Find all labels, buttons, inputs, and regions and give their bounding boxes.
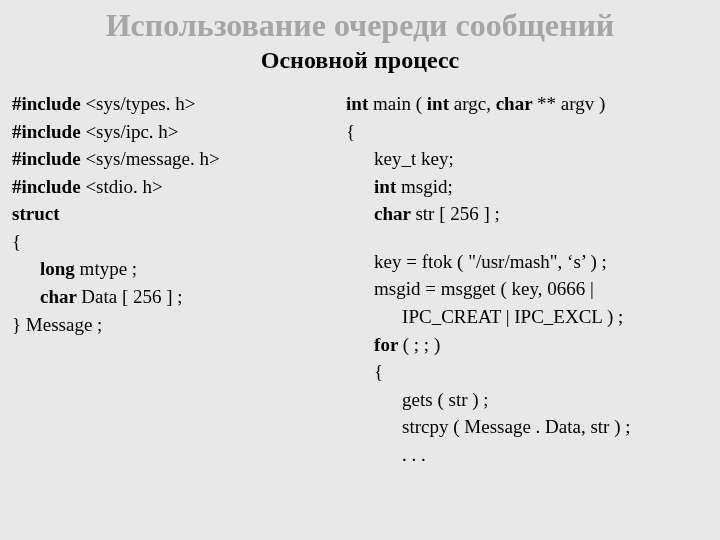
code-text: main (	[373, 93, 427, 114]
code-text: mtype ;	[80, 258, 138, 279]
include-directive: #include	[12, 121, 85, 142]
keyword: char	[40, 286, 81, 307]
code-columns: #include <sys/types. h> #include <sys/ip…	[12, 90, 708, 468]
code-text: Data [ 256 ] ;	[81, 286, 182, 307]
slide-subtitle: Основной процесс	[12, 47, 708, 74]
keyword: int	[427, 93, 454, 114]
keyword: for	[374, 334, 403, 355]
code-text: msgid;	[401, 176, 453, 197]
code-line: #include <sys/message. h>	[12, 145, 346, 173]
code-line: int msgid;	[346, 173, 708, 201]
code-line: #include <sys/types. h>	[12, 90, 346, 118]
code-text: str [ 256 ] ;	[415, 203, 499, 224]
keyword: long	[40, 258, 80, 279]
keyword: char	[374, 203, 415, 224]
include-arg: <sys/types. h>	[85, 93, 195, 114]
slide-title: Использование очереди сообщений	[12, 8, 708, 43]
code-line: . . .	[346, 441, 708, 469]
code-text: ** argv )	[537, 93, 605, 114]
code-line: key = ftok ( "/usr/mash", ‘s’ ) ;	[346, 248, 708, 276]
code-line: } Message ;	[12, 311, 346, 339]
code-line: #include <stdio. h>	[12, 173, 346, 201]
code-text: argc,	[454, 93, 496, 114]
include-directive: #include	[12, 148, 85, 169]
keyword: int	[374, 176, 401, 197]
include-directive: #include	[12, 93, 85, 114]
code-line: gets ( str ) ;	[346, 386, 708, 414]
code-line: strcpy ( Message . Data, str ) ;	[346, 413, 708, 441]
code-right-column: int main ( int argc, char ** argv ) { ke…	[346, 90, 708, 468]
code-line: char str [ 256 ] ;	[346, 200, 708, 228]
code-line: for ( ; ; )	[346, 331, 708, 359]
code-line: {	[346, 358, 708, 386]
keyword: char	[496, 93, 537, 114]
code-line: #include <sys/ipc. h>	[12, 118, 346, 146]
code-text: ( ; ; )	[403, 334, 440, 355]
code-line: char Data [ 256 ] ;	[12, 283, 346, 311]
code-line: IPC_CREAT | IPC_EXCL ) ;	[346, 303, 708, 331]
code-line: msgid = msgget ( key, 0666 |	[346, 275, 708, 303]
code-line: {	[346, 118, 708, 146]
code-line: key_t key;	[346, 145, 708, 173]
code-line: int main ( int argc, char ** argv )	[346, 90, 708, 118]
keyword: int	[346, 93, 373, 114]
blank-line	[346, 228, 708, 248]
include-arg: <stdio. h>	[85, 176, 162, 197]
code-line: long mtype ;	[12, 255, 346, 283]
include-arg: <sys/message. h>	[85, 148, 219, 169]
include-arg: <sys/ipc. h>	[85, 121, 178, 142]
code-line: struct	[12, 200, 346, 228]
slide: Использование очереди сообщений Основной…	[0, 0, 720, 540]
code-left-column: #include <sys/types. h> #include <sys/ip…	[12, 90, 346, 468]
code-line: {	[12, 228, 346, 256]
include-directive: #include	[12, 176, 85, 197]
